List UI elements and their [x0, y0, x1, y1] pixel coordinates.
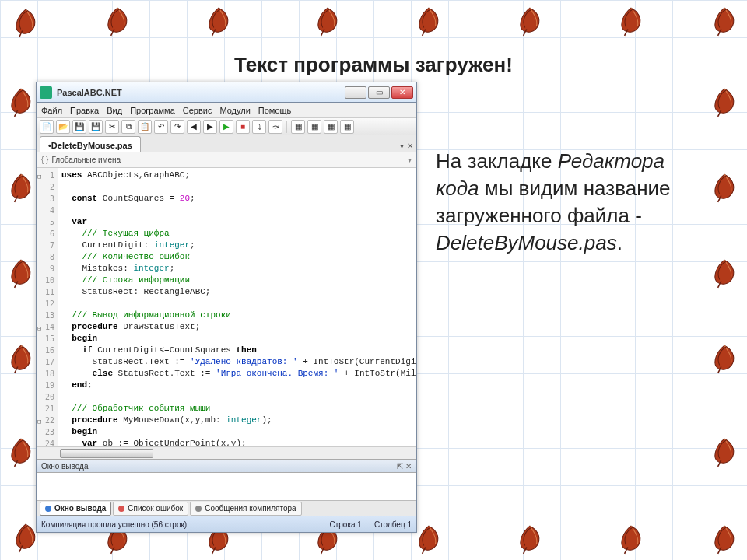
leaf-decoration: [708, 436, 741, 468]
open-button[interactable]: 📂: [56, 120, 70, 134]
tab-messages[interactable]: Сообщения компилятора: [190, 502, 301, 516]
fwd-button[interactable]: ▶: [203, 120, 217, 134]
scope-label: Глобальные имена: [51, 156, 121, 164]
copy-button[interactable]: ⧉: [121, 120, 135, 134]
run-button[interactable]: ▶: [219, 120, 233, 134]
ide-window: PascalABC.NET — ▭ ✕ ФайлПравкаВидПрограм…: [36, 82, 417, 533]
leaf-decoration: [311, 5, 344, 37]
stepin-button[interactable]: ⤵: [252, 120, 266, 134]
leaf-decoration: [412, 523, 445, 555]
slide-title: Текст программы загружен!: [0, 53, 747, 77]
menu-сервис[interactable]: Сервис: [183, 106, 212, 115]
status-line: Строка 1: [329, 520, 361, 529]
leaf-decoration: [708, 171, 741, 204]
leaf-decoration: [708, 523, 741, 555]
f1-button[interactable]: ▦: [291, 120, 305, 134]
f4-button[interactable]: ▦: [340, 120, 354, 134]
output-label: Окно вывода: [41, 462, 88, 471]
titlebar[interactable]: PascalABC.NET — ▭ ✕: [37, 82, 416, 103]
undo-button[interactable]: ↶: [154, 120, 168, 134]
menu-модули[interactable]: Модули: [219, 106, 250, 115]
panel-pin-close-icon[interactable]: ⇱ ✕: [397, 462, 412, 471]
leaf-decoration: [708, 257, 741, 289]
leaf-decoration: [708, 5, 741, 37]
menu-программа[interactable]: Программа: [130, 106, 175, 115]
output-icon: [45, 506, 51, 512]
leaf-decoration: [202, 5, 235, 37]
tab-output-label: Окно вывода: [54, 504, 106, 513]
leaf-decoration: [5, 436, 37, 468]
editor-tabs: •DeleteByMouse.pas ▾ ✕: [37, 135, 416, 152]
slide-description: На закладке Редактора кода мы видим назв…: [436, 148, 708, 257]
app-icon: [40, 86, 52, 99]
leaf-decoration: [615, 523, 647, 555]
braces-icon: { }: [41, 156, 48, 164]
minimize-button[interactable]: —: [345, 86, 366, 99]
horizontal-scrollbar[interactable]: [37, 446, 416, 459]
menu-вид[interactable]: Вид: [107, 106, 122, 115]
status-compile: Компиляция прошла успешно (56 строк): [41, 520, 187, 529]
bottom-tabs: Окно вывода Список ошибок Сообщения комп…: [37, 501, 416, 516]
leaf-decoration: [5, 257, 37, 289]
leaf-decoration: [514, 523, 546, 555]
errors-icon: [118, 506, 124, 512]
leaf-decoration: [5, 342, 37, 375]
redo-button[interactable]: ↷: [170, 120, 184, 134]
scrollbar-thumb[interactable]: [60, 449, 153, 458]
status-col: Столбец 1: [374, 520, 412, 529]
menu-правка[interactable]: Правка: [70, 106, 99, 115]
toolbar: 📄📂💾💾✂⧉📋↶↷◀▶▶■⤵⤼▦▦▦▦: [37, 118, 416, 135]
close-button[interactable]: ✕: [391, 86, 413, 99]
tab-errors[interactable]: Список ошибок: [113, 502, 188, 516]
output-panel-header[interactable]: Окно вывода ⇱ ✕: [37, 459, 416, 473]
stepover-button[interactable]: ⤼: [268, 120, 282, 134]
code-editor[interactable]: 1⊟234567891011121314⊟1516171819202122⊟23…: [37, 168, 416, 446]
leaf-decoration: [5, 171, 37, 204]
statusbar: Компиляция прошла успешно (56 строк) Стр…: [37, 516, 416, 532]
leaf-decoration: [5, 86, 37, 118]
f2-button[interactable]: ▦: [307, 120, 321, 134]
leaf-decoration: [615, 5, 647, 37]
leaf-decoration: [708, 342, 741, 375]
tab-output[interactable]: Окно вывода: [40, 502, 111, 516]
save-button[interactable]: 💾: [72, 120, 86, 134]
new-button[interactable]: 📄: [40, 120, 54, 134]
output-panel: [37, 473, 416, 501]
f3-button[interactable]: ▦: [324, 120, 338, 134]
chevron-down-icon[interactable]: ▾: [408, 156, 412, 164]
leaf-decoration: [101, 5, 134, 37]
leaf-decoration: [9, 6, 42, 39]
cut-button[interactable]: ✂: [105, 120, 119, 134]
menubar: ФайлПравкаВидПрограммаСервисМодулиПомощь: [37, 103, 416, 118]
maximize-button[interactable]: ▭: [368, 86, 390, 99]
tab-messages-label: Сообщения компилятора: [205, 504, 296, 513]
messages-icon: [195, 506, 202, 512]
paste-button[interactable]: 📋: [138, 120, 152, 134]
leaf-decoration: [708, 86, 741, 118]
gutter: 1⊟234567891011121314⊟1516171819202122⊟23…: [37, 168, 58, 446]
menu-файл[interactable]: Файл: [41, 106, 62, 115]
back-button[interactable]: ◀: [187, 120, 201, 134]
tab-errors-label: Список ошибок: [128, 504, 183, 513]
code-area[interactable]: uses ABCObjects,GraphABC; const CountSqu…: [58, 168, 416, 446]
menu-помощь[interactable]: Помощь: [258, 106, 292, 115]
scope-bar[interactable]: { } Глобальные имена ▾: [37, 152, 416, 168]
leaf-decoration: [412, 5, 445, 37]
stop-button[interactable]: ■: [236, 120, 250, 134]
saveall-button[interactable]: 💾: [89, 120, 103, 134]
window-title: PascalABC.NET: [57, 88, 345, 97]
tab-close-icon[interactable]: ✕: [407, 142, 413, 150]
file-tab[interactable]: •DeleteByMouse.pas: [40, 136, 141, 152]
leaf-decoration: [514, 5, 546, 37]
separator: [286, 121, 287, 133]
tab-dropdown-icon[interactable]: ▾: [400, 142, 404, 150]
